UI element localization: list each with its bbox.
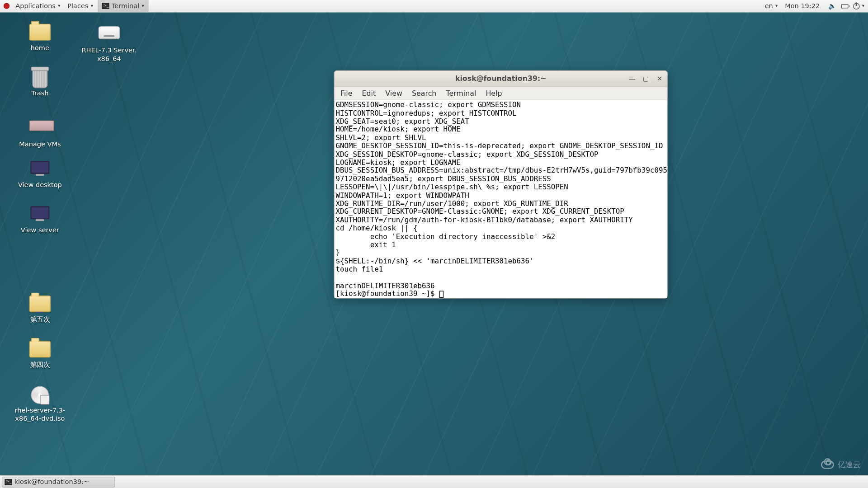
monitor-icon (30, 161, 49, 174)
desktop-icon-view-desktop[interactable]: View desktop (7, 161, 73, 189)
menu-help[interactable]: Help (481, 88, 507, 99)
window-maximize-button[interactable]: ▢ (641, 74, 651, 84)
chevron-down-icon: ▾ (862, 4, 864, 9)
bottom-panel: kiosk@foundation39:~ (0, 475, 868, 488)
chevron-down-icon: ▾ (58, 4, 60, 9)
folder-icon (29, 341, 51, 357)
watermark-text: 亿速云 (838, 460, 861, 470)
folder-icon (29, 296, 51, 312)
desktop-icon-iso[interactable]: rhel-server-7.3- x86_64-dvd.iso (7, 386, 73, 423)
chevron-down-icon: ▾ (91, 4, 93, 9)
chevron-down-icon: ▾ (142, 4, 144, 9)
disc-icon (31, 386, 49, 404)
desktop-icon-rhel[interactable]: RHEL-7.3 Server. x86_64 (76, 24, 142, 63)
terminal-window: kiosk@foundation39:~ — ▢ ✕ File Edit Vie… (334, 70, 667, 299)
desktop-icon-folder5[interactable]: 第五次 (7, 296, 73, 324)
places-menu-label: Places (67, 2, 88, 10)
taskbar-window-label: kiosk@foundation39:~ (14, 478, 90, 486)
icon-label: rhel-server-7.3- x86_64-dvd.iso (7, 406, 73, 422)
cloud-icon (821, 460, 834, 469)
applications-menu-label: Applications (15, 2, 56, 10)
chevron-down-icon: ▾ (775, 4, 778, 9)
vms-icon (29, 120, 54, 131)
distro-logo-icon (4, 3, 9, 9)
terminal-titlebar[interactable]: kiosk@foundation39:~ — ▢ ✕ (335, 71, 667, 87)
icon-label: home (7, 44, 73, 52)
trash-icon (32, 69, 47, 88)
icon-label: View desktop (7, 181, 73, 189)
terminal-title: kiosk@foundation39:~ (455, 75, 547, 83)
menu-view[interactable]: View (381, 88, 407, 99)
drive-icon (99, 26, 120, 39)
monitor-icon (30, 206, 49, 219)
desktop-icon-home[interactable]: home (7, 24, 73, 52)
icon-label: 第五次 (7, 316, 73, 324)
desktop-icon-folder4[interactable]: 第四次 (7, 341, 73, 369)
power-icon[interactable] (853, 3, 860, 9)
clock[interactable]: Mon 19:22 (781, 0, 823, 12)
top-panel: Applications ▾ Places ▾ Terminal ▾ en ▾ … (0, 0, 868, 13)
window-close-button[interactable]: ✕ (655, 74, 665, 84)
terminal-menubar: File Edit View Search Terminal Help (335, 87, 667, 100)
taskbar-window-button[interactable]: kiosk@foundation39:~ (2, 476, 115, 487)
icon-label: Trash (7, 89, 73, 98)
menu-edit[interactable]: Edit (357, 88, 381, 99)
lang-label: en (765, 2, 773, 10)
menu-file[interactable]: File (335, 88, 357, 99)
battery-icon[interactable] (841, 4, 849, 8)
menu-search[interactable]: Search (407, 88, 441, 99)
desktop-icon-manage-vms[interactable]: Manage VMs (7, 117, 73, 149)
desktop-icon-view-server[interactable]: View server (7, 206, 73, 235)
watermark: 亿速云 (821, 460, 861, 470)
desktop[interactable]: Applications ▾ Places ▾ Terminal ▾ en ▾ … (0, 0, 868, 488)
icon-label: View server (7, 226, 73, 235)
window-minimize-button[interactable]: — (627, 74, 637, 84)
icon-label: 第四次 (7, 361, 73, 369)
volume-icon[interactable]: 🔈 (828, 2, 836, 10)
places-menu[interactable]: Places ▾ (64, 0, 97, 12)
icon-label: Manage VMs (7, 141, 73, 149)
topbar-running-app[interactable]: Terminal ▾ (98, 0, 148, 12)
menu-terminal[interactable]: Terminal (441, 88, 481, 99)
terminal-content[interactable]: GDMSESSION=gnome-classic; export GDMSESS… (335, 100, 667, 298)
terminal-icon (102, 3, 109, 9)
icon-label: RHEL-7.3 Server. x86_64 (76, 47, 142, 63)
desktop-icon-trash[interactable]: Trash (7, 69, 73, 98)
input-language-indicator[interactable]: en ▾ (761, 0, 782, 12)
terminal-icon (5, 479, 12, 485)
applications-menu[interactable]: Applications ▾ (12, 0, 64, 12)
clock-label: Mon 19:22 (785, 2, 820, 10)
running-app-label: Terminal (112, 2, 139, 10)
folder-icon (29, 24, 51, 41)
